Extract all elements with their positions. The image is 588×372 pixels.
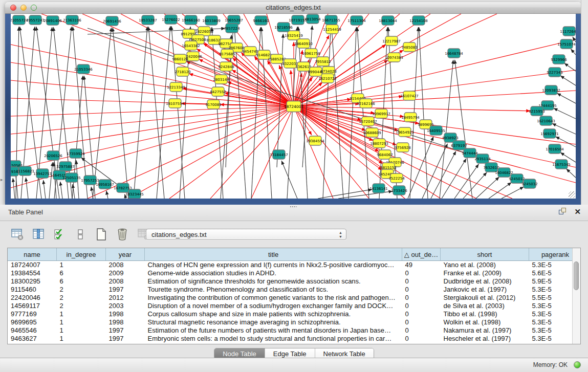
network-node[interactable]: 7522254 (388, 173, 405, 183)
network-node[interactable]: 18813044 (379, 16, 397, 25)
table-row[interactable]: 1872400712008Changes of HCN gene express… (8, 261, 581, 270)
network-node[interactable]: 7955812 (315, 57, 331, 66)
network-node[interactable]: 18724007 (284, 101, 303, 112)
network-node[interactable]: 11156823 (16, 166, 34, 176)
network-node[interactable]: 10688609 (363, 128, 381, 137)
network-node[interactable]: 16409535 (427, 126, 445, 135)
network-node[interactable]: 16033809 (202, 16, 221, 25)
collapsed-panel-arrow-icon[interactable]: ▸ (1, 177, 3, 182)
network-node[interactable]: 12162166 (357, 99, 375, 108)
network-node[interactable]: 19466160 (182, 15, 200, 25)
network-node[interactable]: 16648784 (445, 49, 463, 58)
table-scrollbar-thumb[interactable] (574, 261, 579, 290)
network-node[interactable]: 8427552 (210, 87, 226, 96)
network-node[interactable]: 21053346 (74, 64, 93, 74)
network-node[interactable]: 9245032 (521, 179, 537, 188)
network-node[interactable]: 14136141 (369, 184, 388, 193)
network-node[interactable]: 19654923 (396, 127, 414, 137)
network-node[interactable]: 15276022 (162, 15, 180, 24)
network-node[interactable]: 9756928 (395, 143, 410, 152)
network-node[interactable]: 20691436 (103, 16, 121, 26)
network-node[interactable]: 12093832 (542, 85, 560, 95)
network-node[interactable]: 9466160 (253, 16, 269, 25)
network-node[interactable]: 9175685 (219, 49, 235, 58)
network-canvas[interactable]: 1872400789129551822605898275081654338281… (11, 14, 576, 199)
network-node[interactable]: 16107427 (400, 91, 419, 100)
column-header-in_degree[interactable]: in_degree (57, 248, 106, 261)
network-node[interactable]: 12505135 (62, 173, 81, 182)
network-node[interactable]: 1733426 (391, 186, 407, 195)
network-node[interactable]: 15720407 (359, 117, 377, 126)
delete-table-icon[interactable] (115, 227, 129, 242)
network-node[interactable]: 10974383 (385, 53, 403, 62)
network-node[interactable]: 12217987 (382, 36, 401, 46)
network-node[interactable]: 17359924 (67, 149, 85, 158)
table-row[interactable]: 977716911998Corpus callosum shape and si… (8, 310, 581, 318)
network-node[interactable]: 10655287 (225, 15, 243, 25)
clear-row-selection-icon[interactable] (73, 227, 88, 242)
network-node[interactable]: 2718120 (175, 67, 190, 76)
table-row[interactable]: 946554611997Estimation of the future num… (8, 326, 581, 335)
network-node[interactable]: 9242848 (218, 62, 234, 71)
select-all-rows-icon[interactable] (52, 227, 67, 242)
network-node[interactable]: 18807293 (370, 139, 388, 148)
network-node[interactable]: 9170081 (205, 100, 221, 109)
resize-grip[interactable] (569, 191, 575, 198)
network-node[interactable]: 21363106 (63, 15, 81, 25)
network-node[interactable]: 2803144 (213, 75, 229, 84)
network-node[interactable]: 19384554 (306, 136, 324, 145)
close-button[interactable] (10, 5, 16, 11)
network-node[interactable]: 8813054 (304, 14, 321, 24)
network-node[interactable]: 11172645 (560, 27, 576, 36)
table-row[interactable]: 1938455462009Genome-wide association stu… (8, 269, 581, 277)
network-node[interactable]: 7857224 (224, 24, 240, 33)
network-node[interactable]: 18533287 (139, 15, 157, 25)
column-header-title[interactable]: title (145, 248, 402, 261)
network-node[interactable]: 15692971 (540, 129, 559, 138)
network-node[interactable]: 18226058 (195, 27, 213, 36)
table-scrollbar[interactable] (572, 248, 580, 344)
column-header-out_de[interactable]: △ out_de… (402, 248, 441, 261)
column-header-short[interactable]: short (441, 248, 529, 261)
window-titlebar[interactable]: citations_edges.txt (5, 2, 581, 14)
network-node[interactable]: 17016504 (546, 144, 564, 154)
network-node[interactable]: 11254419 (323, 25, 341, 34)
column-header-name[interactable]: name (8, 248, 57, 261)
table-selector-dropdown[interactable]: citations_edges.txt ▲▼ (146, 229, 346, 240)
network-node[interactable]: 18323445 (125, 189, 144, 199)
column-header-year[interactable]: year (106, 248, 145, 261)
table-row[interactable]: 2242004622012Investigating the contribut… (8, 294, 581, 302)
table-row[interactable]: 1456911722003Disruption of a novel membe… (8, 302, 581, 310)
zoom-button[interactable] (31, 5, 37, 11)
network-node[interactable]: 7485083 (401, 42, 417, 52)
show-columns-icon[interactable] (31, 227, 46, 242)
network-node[interactable]: 16543382 (182, 41, 200, 50)
network-node[interactable]: 16210643 (537, 116, 555, 125)
table-settings-icon[interactable] (10, 227, 25, 242)
new-table-icon[interactable] (94, 227, 108, 242)
network-node[interactable]: 9860128 (172, 54, 188, 63)
network-node[interactable]: 20891406 (43, 16, 62, 25)
network-node[interactable]: 16961758 (302, 49, 320, 58)
network-node[interactable]: 10969917 (372, 109, 390, 118)
network-node[interactable]: 16671355 (322, 15, 340, 25)
network-node[interactable]: 8215953 (529, 106, 545, 116)
minimize-button[interactable] (20, 5, 27, 11)
table-row[interactable]: 911546021997Tourette syndrome. Phenomeno… (8, 286, 581, 294)
network-node[interactable]: 9474444 (462, 148, 478, 158)
network-node[interactable]: 16958167 (96, 180, 114, 189)
network-node[interactable]: 13184457 (270, 150, 288, 159)
network-node[interactable]: 12213349 (167, 82, 185, 92)
network-node[interactable]: 11675345 (552, 160, 571, 169)
network-node[interactable]: 20557243 (26, 15, 45, 25)
network-node[interactable]: 16210722 (318, 74, 337, 83)
network-node[interactable]: 17511304 (347, 16, 366, 25)
network-node[interactable]: 32975887 (56, 162, 75, 171)
splitter-handle[interactable] (290, 206, 297, 208)
network-canvas-svg[interactable]: 1872400789129551822605898275081654338281… (11, 14, 576, 199)
close-panel-icon[interactable]: ✕ (574, 208, 581, 216)
network-node[interactable]: 18325419 (285, 31, 303, 40)
table-row[interactable]: 1830029562008Estimation of significance … (8, 277, 581, 286)
network-node[interactable]: 18495794 (401, 113, 420, 122)
network-node[interactable]: 18640910 (294, 39, 313, 48)
